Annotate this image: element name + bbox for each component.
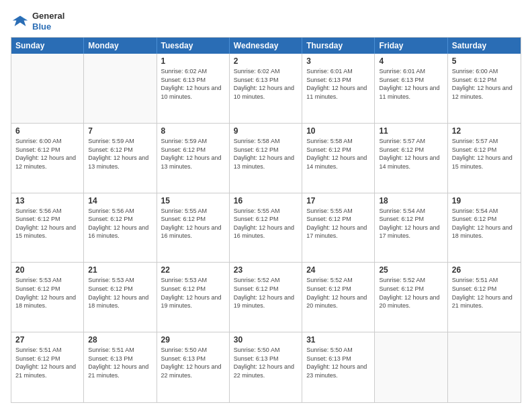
day-number: 13 (15, 196, 79, 205)
cell-content: Sunrise: 6:02 AMSunset: 6:13 PMDaylight:… (234, 67, 298, 101)
cell-content: Sunrise: 5:52 AMSunset: 6:12 PMDaylight:… (234, 276, 298, 310)
day-number: 14 (88, 196, 152, 205)
calendar-day-name: Saturday (448, 38, 521, 54)
day-number: 29 (161, 335, 225, 345)
calendar-cell: 22Sunrise: 5:53 AMSunset: 6:12 PMDayligh… (157, 263, 230, 332)
calendar-cell (448, 332, 521, 402)
cell-content: Sunrise: 5:51 AMSunset: 6:13 PMDaylight:… (88, 346, 152, 379)
calendar: SundayMondayTuesdayWednesdayThursdayFrid… (11, 37, 521, 403)
calendar-cell: 6Sunrise: 6:00 AMSunset: 6:12 PMDaylight… (11, 124, 84, 193)
calendar-cell: 13Sunrise: 5:56 AMSunset: 6:12 PMDayligh… (11, 193, 84, 263)
calendar-day-name: Wednesday (230, 38, 302, 54)
page: General Blue SundayMondayTuesdayWednesda… (0, 0, 532, 411)
day-number: 7 (88, 126, 152, 136)
day-number: 25 (379, 265, 443, 275)
cell-content: Sunrise: 5:50 AMSunset: 6:13 PMDaylight:… (306, 346, 370, 379)
calendar-week-row: 20Sunrise: 5:53 AMSunset: 6:12 PMDayligh… (11, 263, 521, 332)
day-number: 22 (161, 265, 225, 275)
day-number: 11 (379, 126, 443, 136)
calendar-cell: 26Sunrise: 5:51 AMSunset: 6:12 PMDayligh… (448, 263, 521, 332)
cell-content: Sunrise: 5:50 AMSunset: 6:13 PMDaylight:… (161, 346, 225, 379)
calendar-cell: 17Sunrise: 5:55 AMSunset: 6:12 PMDayligh… (302, 193, 375, 263)
cell-content: Sunrise: 5:58 AMSunset: 6:12 PMDaylight:… (306, 137, 370, 171)
cell-content: Sunrise: 5:57 AMSunset: 6:12 PMDaylight:… (379, 137, 443, 171)
calendar-body: 1Sunrise: 6:02 AMSunset: 6:13 PMDaylight… (11, 54, 521, 402)
cell-content: Sunrise: 5:56 AMSunset: 6:12 PMDaylight:… (15, 207, 79, 240)
cell-content: Sunrise: 5:57 AMSunset: 6:12 PMDaylight:… (452, 137, 517, 171)
cell-content: Sunrise: 5:54 AMSunset: 6:12 PMDaylight:… (379, 207, 443, 240)
calendar-cell: 1Sunrise: 6:02 AMSunset: 6:13 PMDaylight… (157, 54, 230, 123)
calendar-cell: 12Sunrise: 5:57 AMSunset: 6:12 PMDayligh… (448, 124, 521, 193)
calendar-cell (375, 332, 447, 402)
calendar-day-name: Tuesday (157, 38, 230, 54)
calendar-cell: 30Sunrise: 5:50 AMSunset: 6:13 PMDayligh… (230, 332, 302, 402)
calendar-cell: 7Sunrise: 5:59 AMSunset: 6:12 PMDaylight… (84, 124, 157, 193)
day-number: 10 (306, 126, 370, 136)
calendar-cell: 29Sunrise: 5:50 AMSunset: 6:13 PMDayligh… (157, 332, 230, 402)
calendar-cell: 2Sunrise: 6:02 AMSunset: 6:13 PMDaylight… (230, 54, 302, 123)
day-number: 30 (234, 335, 298, 345)
calendar-day-name: Thursday (302, 38, 375, 54)
calendar-cell: 28Sunrise: 5:51 AMSunset: 6:13 PMDayligh… (84, 332, 157, 402)
day-number: 17 (306, 196, 370, 205)
cell-content: Sunrise: 5:55 AMSunset: 6:12 PMDaylight:… (161, 207, 225, 240)
day-number: 16 (234, 196, 298, 205)
calendar-header: SundayMondayTuesdayWednesdayThursdayFrid… (11, 38, 521, 54)
day-number: 12 (452, 126, 517, 136)
cell-content: Sunrise: 5:52 AMSunset: 6:12 PMDaylight:… (379, 276, 443, 310)
cell-content: Sunrise: 6:01 AMSunset: 6:13 PMDaylight:… (306, 67, 370, 101)
cell-content: Sunrise: 6:00 AMSunset: 6:12 PMDaylight:… (452, 67, 517, 101)
day-number: 24 (306, 265, 370, 275)
calendar-cell: 31Sunrise: 5:50 AMSunset: 6:13 PMDayligh… (302, 332, 375, 402)
day-number: 21 (88, 265, 152, 275)
day-number: 27 (15, 335, 79, 345)
calendar-day-name: Friday (375, 38, 447, 54)
day-number: 23 (234, 265, 298, 275)
cell-content: Sunrise: 6:01 AMSunset: 6:13 PMDaylight:… (379, 67, 443, 101)
calendar-cell: 18Sunrise: 5:54 AMSunset: 6:12 PMDayligh… (375, 193, 447, 263)
calendar-day-name: Sunday (11, 38, 84, 54)
day-number: 2 (234, 56, 298, 66)
cell-content: Sunrise: 5:59 AMSunset: 6:12 PMDaylight:… (88, 137, 152, 171)
day-number: 15 (161, 196, 225, 205)
day-number: 18 (379, 196, 443, 205)
cell-content: Sunrise: 5:58 AMSunset: 6:12 PMDaylight:… (234, 137, 298, 171)
day-number: 1 (161, 56, 225, 66)
day-number: 8 (161, 126, 225, 136)
calendar-cell: 4Sunrise: 6:01 AMSunset: 6:13 PMDaylight… (375, 54, 447, 123)
calendar-week-row: 27Sunrise: 5:51 AMSunset: 6:12 PMDayligh… (11, 332, 521, 402)
calendar-week-row: 6Sunrise: 6:00 AMSunset: 6:12 PMDaylight… (11, 124, 521, 193)
day-number: 20 (15, 265, 79, 275)
calendar-cell: 19Sunrise: 5:54 AMSunset: 6:12 PMDayligh… (448, 193, 521, 263)
day-number: 28 (88, 335, 152, 345)
day-number: 26 (452, 265, 517, 275)
calendar-cell: 14Sunrise: 5:56 AMSunset: 6:12 PMDayligh… (84, 193, 157, 263)
cell-content: Sunrise: 5:53 AMSunset: 6:12 PMDaylight:… (15, 276, 79, 310)
header: General Blue (11, 11, 521, 32)
calendar-cell: 23Sunrise: 5:52 AMSunset: 6:12 PMDayligh… (230, 263, 302, 332)
cell-content: Sunrise: 5:59 AMSunset: 6:12 PMDaylight:… (161, 137, 225, 171)
calendar-week-row: 13Sunrise: 5:56 AMSunset: 6:12 PMDayligh… (11, 193, 521, 263)
day-number: 31 (306, 335, 370, 345)
calendar-cell: 9Sunrise: 5:58 AMSunset: 6:12 PMDaylight… (230, 124, 302, 193)
calendar-cell (84, 54, 157, 123)
day-number: 3 (306, 56, 370, 66)
calendar-cell: 3Sunrise: 6:01 AMSunset: 6:13 PMDaylight… (302, 54, 375, 123)
cell-content: Sunrise: 6:00 AMSunset: 6:12 PMDaylight:… (15, 137, 79, 171)
calendar-week-row: 1Sunrise: 6:02 AMSunset: 6:13 PMDaylight… (11, 54, 521, 124)
cell-content: Sunrise: 5:53 AMSunset: 6:12 PMDaylight:… (161, 276, 225, 310)
day-number: 4 (379, 56, 443, 66)
calendar-cell: 21Sunrise: 5:53 AMSunset: 6:12 PMDayligh… (84, 263, 157, 332)
calendar-cell: 10Sunrise: 5:58 AMSunset: 6:12 PMDayligh… (302, 124, 375, 193)
calendar-cell: 8Sunrise: 5:59 AMSunset: 6:12 PMDaylight… (157, 124, 230, 193)
calendar-cell (11, 54, 84, 123)
cell-content: Sunrise: 5:52 AMSunset: 6:12 PMDaylight:… (306, 276, 370, 310)
cell-content: Sunrise: 5:54 AMSunset: 6:12 PMDaylight:… (452, 207, 517, 240)
calendar-cell: 15Sunrise: 5:55 AMSunset: 6:12 PMDayligh… (157, 193, 230, 263)
calendar-cell: 24Sunrise: 5:52 AMSunset: 6:12 PMDayligh… (302, 263, 375, 332)
cell-content: Sunrise: 5:55 AMSunset: 6:12 PMDaylight:… (234, 207, 298, 240)
logo-bird-icon (11, 12, 30, 31)
svg-marker-0 (13, 15, 28, 26)
cell-content: Sunrise: 5:55 AMSunset: 6:12 PMDaylight:… (306, 207, 370, 240)
calendar-cell: 11Sunrise: 5:57 AMSunset: 6:12 PMDayligh… (375, 124, 447, 193)
